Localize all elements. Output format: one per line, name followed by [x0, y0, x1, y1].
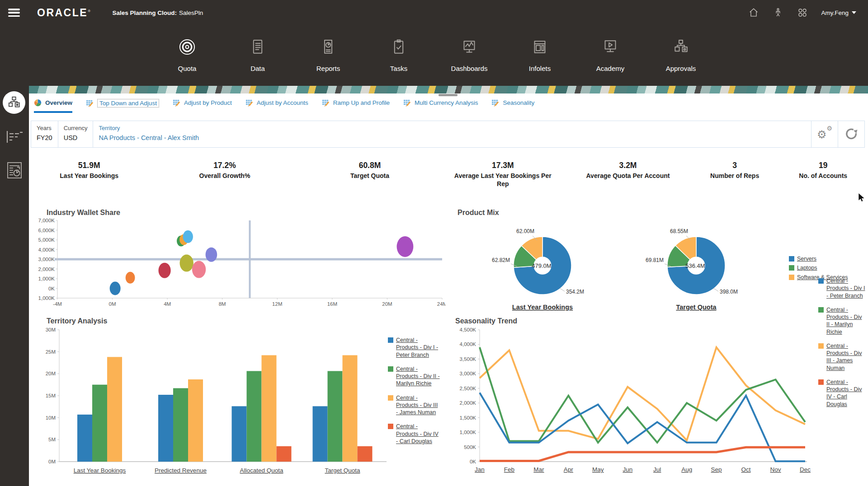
legend-swatch [789, 265, 794, 271]
month-link[interactable]: Sep [711, 466, 722, 473]
month-link[interactable]: Feb [504, 466, 514, 473]
month-link[interactable]: May [592, 466, 604, 473]
legend-item[interactable]: Central - Products - Div IV - Carl Dougl… [388, 423, 442, 445]
kpi-overall-growth-: 17.2%Overall Growth% [147, 161, 302, 188]
panel-drag-handle[interactable] [439, 94, 458, 96]
territory-analysis-plot: 0M5M10M15M20M25M30MLast Year BookingsPre… [38, 326, 389, 476]
user-menu[interactable]: Amy.Feng [821, 9, 856, 16]
academy-play-icon [600, 51, 621, 59]
tab-adjust-by-product[interactable]: Adjust by Product [173, 99, 232, 111]
bar[interactable] [173, 388, 188, 462]
tab-seasonality[interactable]: Seasonality [491, 99, 534, 111]
bar[interactable] [343, 355, 358, 462]
chart-title: Territory Analysis [47, 317, 445, 325]
svg-text:536.4M: 536.4M [685, 262, 705, 269]
nav-item-approvals[interactable]: Approvals [646, 25, 716, 86]
legend-item[interactable]: Laptops [789, 264, 848, 271]
donut-link[interactable]: Last Year Bookings [512, 304, 573, 311]
legend-item[interactable]: Central - Products - Div III - James Num… [388, 394, 442, 416]
bar[interactable] [358, 446, 373, 462]
nav-item-dashboards[interactable]: Dashboards [434, 25, 505, 86]
month-link[interactable]: Nov [770, 466, 781, 473]
nav-item-academy[interactable]: Academy [575, 25, 646, 86]
month-link[interactable]: Apr [564, 466, 574, 473]
tab-adjust-by-accounts[interactable]: Adjust by Accounts [245, 99, 308, 111]
bubble[interactable] [206, 248, 217, 262]
oracle-logo: ORACLE® [37, 7, 92, 19]
home-icon[interactable] [748, 7, 760, 19]
donut-link[interactable]: Target Quota [676, 304, 717, 311]
pov-years[interactable]: Years FY20 [31, 121, 58, 147]
legend-item[interactable]: Central - Products - Div II - Marilyn Ri… [818, 306, 866, 336]
territory-legend: Central - Products - Div I - Peter Branc… [388, 336, 442, 452]
sidebar-item-report[interactable] [7, 162, 22, 179]
kpi-label: Average Last Year Bookings Per Rep [448, 172, 558, 188]
sidebar-item-org-chart[interactable] [3, 91, 25, 114]
legend-item[interactable]: Central - Products - Div III - James Num… [818, 342, 866, 372]
bar[interactable] [188, 379, 203, 462]
pov-currency[interactable]: Currency USD [58, 121, 94, 147]
pov-territory[interactable]: Territory NA Products - Central - Alex S… [93, 121, 204, 147]
month-link[interactable]: Aug [681, 466, 692, 473]
category-link[interactable]: Target Quota [325, 467, 360, 474]
tab-label: Adjust by Product [184, 99, 232, 106]
bar[interactable] [247, 371, 262, 462]
month-link[interactable]: Oct [741, 466, 751, 473]
category-link[interactable]: Allocated Quota [240, 467, 283, 474]
bubble[interactable] [183, 230, 193, 243]
refresh-button[interactable] [838, 121, 864, 147]
sidebar-item-outline[interactable] [6, 130, 23, 144]
legend-item[interactable]: Central - Products - Div II - Marilyn Ri… [388, 365, 442, 388]
bubble[interactable] [158, 263, 170, 278]
legend-item[interactable]: Central - Products - Div IV - Carl Dougl… [818, 379, 866, 408]
tab-multi-currency-analysis[interactable]: Multi Currency Analysis [403, 99, 478, 111]
bar[interactable] [328, 371, 343, 462]
bubble[interactable] [110, 282, 121, 295]
accessibility-person-icon[interactable] [772, 7, 784, 19]
month-link[interactable]: Mar [533, 466, 544, 473]
category-link[interactable]: Predicted Revenue [155, 467, 207, 474]
category-link[interactable]: Last Year Bookings [74, 467, 126, 474]
legend-swatch [388, 366, 393, 372]
data-grid-icon [247, 51, 268, 59]
bar[interactable] [277, 446, 292, 462]
legend-item[interactable]: Central - Products - Div I - Peter Branc… [818, 277, 866, 299]
hamburger-menu-icon[interactable] [8, 9, 20, 17]
kpi-label: Average Quota Per Account [572, 172, 683, 180]
legend-item[interactable]: Servers [789, 255, 848, 262]
sales-planning-cloud-app: ORACLE® Sales Planning Cloud:SalesPln Am… [0, 0, 868, 486]
bar[interactable] [107, 357, 122, 462]
kpi-value: 60.8M [302, 161, 438, 170]
nav-item-reports[interactable]: Reports [293, 25, 363, 86]
bubble[interactable] [397, 236, 414, 257]
legend-label: Central - Products - Div I - Peter Branc… [396, 336, 440, 359]
dashboard-tabs: OverviewTop Down and AdjustAdjust by Pro… [34, 99, 534, 116]
trend-line[interactable] [480, 347, 805, 440]
nav-item-tasks[interactable]: Tasks [363, 25, 434, 86]
legend-item[interactable]: Central - Products - Div I - Peter Branc… [388, 336, 442, 359]
nav-item-infolets[interactable]: Infolets [505, 25, 575, 86]
tab-top-down-and-adjust[interactable]: Top Down and Adjust [86, 99, 159, 112]
legend-label: Central - Products - Div II - Marilyn Ri… [826, 306, 866, 336]
trend-line[interactable] [480, 447, 805, 461]
month-link[interactable]: Jan [475, 466, 485, 473]
bar[interactable] [262, 355, 277, 462]
apps-grid-icon[interactable] [797, 7, 808, 19]
bubble[interactable] [179, 255, 193, 272]
nav-item-quota[interactable]: Quota [152, 25, 222, 86]
bar[interactable] [232, 406, 247, 462]
settings-button[interactable]: ⚙⚙ [811, 121, 838, 147]
nav-item-data[interactable]: Data [222, 25, 293, 86]
bubble[interactable] [192, 261, 206, 278]
bubble[interactable] [126, 272, 135, 284]
month-link[interactable]: Dec [800, 466, 811, 473]
month-link[interactable]: Jul [653, 466, 661, 473]
bar[interactable] [92, 385, 107, 462]
bar[interactable] [313, 406, 328, 462]
tab-label: Multi Currency Analysis [415, 99, 478, 106]
bar[interactable] [158, 395, 173, 462]
month-link[interactable]: Jun [623, 466, 632, 473]
tab-overview[interactable]: Overview [34, 99, 72, 113]
tab-ramp-up-and-profile[interactable]: Ramp Up and Profile [322, 99, 390, 111]
bar[interactable] [77, 415, 92, 462]
